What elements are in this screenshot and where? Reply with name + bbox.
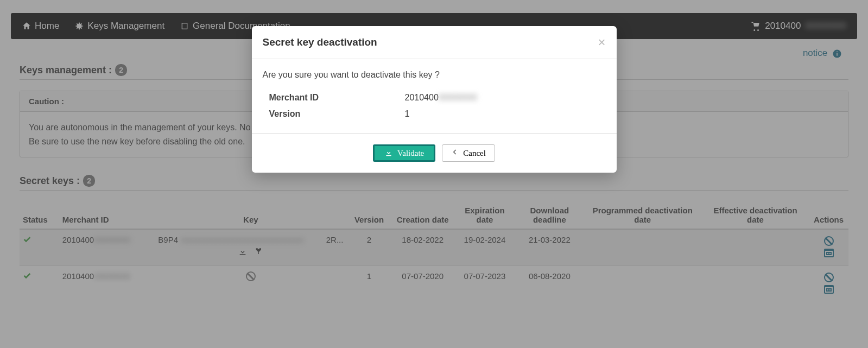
chevron-left-icon xyxy=(451,148,459,158)
modal-question: Are you sure you want to deactivate this… xyxy=(263,70,606,80)
modal-footer: Validate Cancel xyxy=(252,133,617,173)
modal-header: Secret key deactivation × xyxy=(252,26,617,59)
cancel-label: Cancel xyxy=(463,149,486,158)
download-underline-icon xyxy=(384,149,393,157)
modal-merchant-row: Merchant ID 201040000000000 xyxy=(263,90,606,106)
modal-version-label: Version xyxy=(269,109,405,119)
close-icon[interactable]: × xyxy=(598,36,605,49)
modal-merchant-value: 201040000000000 xyxy=(405,93,606,103)
modal-version-row: Version 1 xyxy=(263,106,606,122)
modal-merchant-value-blurred: 00000000 xyxy=(439,93,477,102)
modal-title: Secret key deactivation xyxy=(263,36,377,48)
validate-button[interactable]: Validate xyxy=(373,144,435,162)
modal-version-value: 1 xyxy=(405,109,606,119)
deactivation-modal: Secret key deactivation × Are you sure y… xyxy=(252,26,617,173)
cancel-button[interactable]: Cancel xyxy=(442,144,495,162)
modal-overlay: Secret key deactivation × Are you sure y… xyxy=(0,0,868,348)
modal-merchant-value-visible: 2010400 xyxy=(405,93,439,102)
modal-merchant-label: Merchant ID xyxy=(269,93,405,103)
validate-label: Validate xyxy=(397,149,424,158)
modal-body: Are you sure you want to deactivate this… xyxy=(252,59,617,133)
